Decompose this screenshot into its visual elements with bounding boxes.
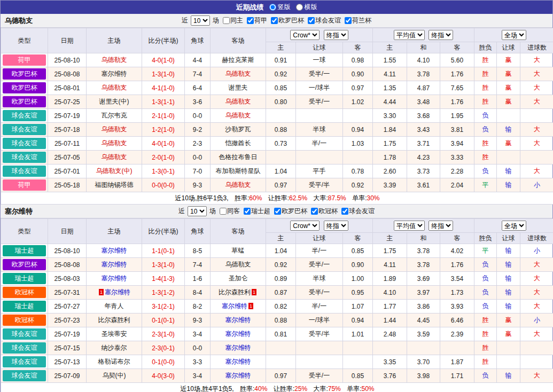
home-team-cell[interactable]: 比尔森胜利	[87, 313, 142, 327]
horizontal-layout-radio[interactable]	[296, 4, 303, 11]
odds-stage-select[interactable]: 终指	[324, 30, 348, 40]
score-cell[interactable]: 1-3(1-0)	[142, 258, 185, 272]
away-team-cell[interactable]: 乌德勒支	[211, 109, 266, 123]
score-cell[interactable]: 1-3(0-1)	[142, 164, 185, 178]
away-team-cell[interactable]: 沙勒罗瓦	[211, 123, 266, 137]
home-team-cell[interactable]: 纳沙泰尔	[87, 341, 142, 355]
league-checkbox[interactable]	[341, 208, 348, 215]
header-group-row: 类型 日期 主场 比分(半场) 角球 客场 Crow* 终指 平均值 终指	[1, 219, 553, 233]
home-team-cell[interactable]: 乌德勒支	[87, 123, 142, 137]
avg-draw-cell: 3.43	[407, 123, 440, 137]
date-cell: 25-07-09	[48, 369, 87, 383]
league-badge: 欧冠杯	[3, 287, 46, 298]
league-checkbox[interactable]	[345, 17, 352, 24]
score-cell[interactable]: 1-4(1-3)	[142, 272, 185, 286]
avg-type-select[interactable]: 平均值	[394, 30, 425, 40]
away-team-cell[interactable]: 赫拉克莱斯	[211, 53, 266, 67]
away-team-cell[interactable]: 塞尔维特	[211, 327, 266, 341]
away-team-cell[interactable]: 恺撒酋长	[211, 137, 266, 151]
avg-stage-select[interactable]: 终指	[429, 30, 453, 40]
away-team-cell[interactable]: 塞尔维特1	[211, 300, 266, 313]
away-team-cell[interactable]: 乌德勒支	[211, 258, 266, 272]
league-checkbox[interactable]	[244, 208, 251, 215]
home-team-cell[interactable]: 格勒诺布尔	[87, 355, 142, 369]
away-team-cell[interactable]: 草蜢	[211, 244, 266, 258]
near-label: 近	[178, 207, 185, 216]
away-team-cell[interactable]: 布加勒斯特星队	[211, 164, 266, 178]
corner-cell: 3-4	[185, 369, 211, 383]
same-venue-label: 同主	[230, 16, 243, 25]
home-team-cell[interactable]: 塞尔维特	[87, 67, 142, 81]
home-team-cell[interactable]: 塞尔维特	[87, 244, 142, 258]
league-checkbox[interactable]	[247, 17, 254, 24]
result-goals-cell: 大	[520, 95, 553, 109]
score-cell[interactable]: 0-1(0-0)	[142, 355, 185, 369]
away-team-cell[interactable]: 乌德勒支	[211, 95, 266, 109]
date-cell: 25-07-23	[48, 313, 87, 327]
away-team-cell[interactable]: 乌德勒支	[211, 178, 266, 192]
avg-home-cell: 3.39	[373, 178, 407, 192]
score-cell[interactable]: 1-3(1-1)	[142, 95, 185, 109]
away-team-cell[interactable]: 塞尔维特	[211, 341, 266, 355]
league-checkbox[interactable]	[311, 208, 318, 215]
odds-company-select[interactable]: Crow*	[290, 30, 320, 40]
home-team-cell[interactable]: 瓦尔韦克	[87, 109, 142, 123]
score-cell[interactable]: 0-0(0-0)	[142, 178, 185, 192]
odds-stage-select[interactable]: 终指	[324, 221, 348, 231]
league-checkbox[interactable]	[271, 17, 278, 24]
away-team-cell[interactable]: 塞尔维特	[211, 369, 266, 383]
score-cell[interactable]: 4-0(3-0)	[142, 369, 185, 383]
home-odds-cell: 0.88	[266, 313, 296, 327]
home-team-cell[interactable]: 乌德勒支(中)	[87, 164, 142, 178]
home-team-cell[interactable]: 1塞尔维特	[87, 286, 142, 300]
score-cell[interactable]: 2-1(1-0)	[142, 109, 185, 123]
home-team-cell[interactable]: 圣埃蒂安	[87, 327, 142, 341]
score-cell[interactable]: 0-1(0-1)	[142, 313, 185, 327]
away-team-cell[interactable]: 塞尔维特	[211, 313, 266, 327]
scope-select[interactable]: 全场	[502, 30, 526, 40]
same-venue-checkbox[interactable]	[220, 208, 227, 215]
score-cell[interactable]: 4-1(1-0)	[142, 81, 185, 95]
score-cell[interactable]: 3-1(2-1)	[142, 300, 185, 313]
same-venue-checkbox[interactable]	[223, 17, 230, 24]
odds-company-select[interactable]: Crow*	[290, 221, 320, 231]
home-team-cell[interactable]: 谢里夫(中)	[87, 95, 142, 109]
home-team-cell[interactable]: 乌德勒支	[87, 53, 142, 67]
away-team-cell[interactable]: 谢里夫	[211, 81, 266, 95]
score-cell[interactable]: 4-0(1-0)	[142, 137, 185, 151]
match-count-select[interactable]: 10	[188, 206, 207, 216]
home-team-cell[interactable]: 福图纳锡塔德	[87, 178, 142, 192]
score-cell[interactable]: 1-1(0-1)	[142, 244, 185, 258]
home-team-cell[interactable]: 乌德勒支	[87, 81, 142, 95]
avg-stage-select[interactable]: 终指	[429, 221, 453, 231]
score-cell[interactable]: 1-3(1-0)	[142, 67, 185, 81]
home-team-cell[interactable]: 乌契(中)	[87, 369, 142, 383]
avg-type-select[interactable]: 平均值	[394, 221, 425, 231]
home-team-cell[interactable]: 年青人	[87, 300, 142, 313]
away-team-cell[interactable]: 圣加仑	[211, 272, 266, 286]
score-cell[interactable]: 4-0(1-0)	[142, 53, 185, 67]
vertical-layout-radio[interactable]	[269, 4, 276, 11]
home-team-cell[interactable]: 塞尔维特	[87, 272, 142, 286]
scope-select[interactable]: 全场	[502, 221, 526, 231]
result-goals-cell: 大	[520, 286, 553, 300]
score-cell[interactable]: 1-2(1-0)	[142, 123, 185, 137]
away-team-cell[interactable]: 乌德勒支	[211, 67, 266, 81]
result-wdl-cell: 负	[474, 109, 497, 123]
team-name-text: 格勒诺布尔	[98, 358, 130, 365]
away-team-cell[interactable]: 比尔森胜利1	[211, 286, 266, 300]
score-cell[interactable]: 2-0(1-0)	[142, 151, 185, 164]
score-cell[interactable]: 1-3(1-2)	[142, 286, 185, 300]
home-team-cell[interactable]: 乌德勒支	[87, 151, 142, 164]
score-cell[interactable]: 2-3(1-0)	[142, 327, 185, 341]
home-team-cell[interactable]: 塞尔维特	[87, 258, 142, 272]
home-team-cell[interactable]: 乌德勒支	[87, 137, 142, 151]
away-team-cell[interactable]: 塞尔维特	[211, 355, 266, 369]
odds-group-header: Crow* 终指	[266, 219, 373, 233]
match-count-select[interactable]: 10	[191, 15, 210, 26]
summary-text: 近10场,胜6平1负3, 胜率:60% 让胜率:62.5% 大率:87.5% 单…	[1, 192, 553, 205]
away-team-cell[interactable]: 色格拉布鲁日	[211, 151, 266, 164]
league-checkbox[interactable]	[308, 17, 315, 24]
score-cell[interactable]: 2-3(0-1)	[142, 341, 185, 355]
league-checkbox[interactable]	[274, 208, 281, 215]
